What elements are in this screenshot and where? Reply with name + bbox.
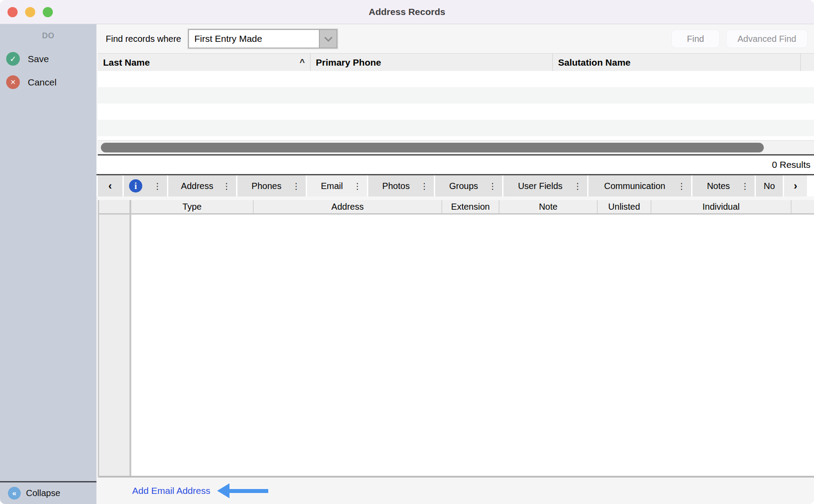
results-table-body	[98, 71, 814, 140]
tab-menu-icon[interactable]: ⋮	[574, 181, 582, 191]
tab-groups[interactable]: Groups ⋮	[435, 175, 502, 196]
tab-phones[interactable]: Phones ⋮	[237, 175, 306, 196]
tab-menu-icon[interactable]: ⋮	[292, 181, 300, 191]
tab-user-fields[interactable]: User Fields ⋮	[503, 175, 587, 196]
find-records-label: Find records where	[106, 34, 181, 44]
column-header-salutation-name[interactable]: Salutation Name	[553, 54, 801, 71]
horizontal-scrollbar[interactable]	[98, 140, 814, 154]
results-table-header: Last Name ^ Primary Phone Salutation Nam…	[98, 53, 814, 71]
tab-email[interactable]: Email ⋮	[307, 175, 367, 196]
row-gutter-header	[99, 200, 131, 213]
info-icon: i	[129, 179, 142, 193]
app-window: Address Records DO ✓ Save × Cancel « Col…	[0, 0, 814, 504]
tabs-scroll-left-button[interactable]: ‹	[98, 175, 122, 196]
check-icon: ✓	[6, 52, 20, 66]
tab-menu-icon[interactable]: ⋮	[741, 181, 749, 191]
find-button[interactable]: Find	[671, 30, 720, 48]
cancel-label: Cancel	[28, 77, 56, 88]
column-header-address[interactable]: Address	[254, 200, 442, 213]
tab-menu-icon[interactable]: ⋮	[488, 181, 497, 191]
tab-photos[interactable]: Photos ⋮	[368, 175, 434, 196]
title-bar: Address Records	[0, 0, 814, 24]
column-header-type[interactable]: Type	[131, 200, 254, 213]
sidebar-header: DO	[0, 24, 96, 41]
table-row	[98, 71, 814, 87]
minimize-window-button[interactable]	[25, 7, 35, 17]
column-header-unlisted[interactable]: Unlisted	[598, 200, 651, 213]
find-field-dropdown[interactable]: First Entry Made	[188, 29, 337, 48]
column-header-individual[interactable]: Individual	[651, 200, 792, 213]
tab-info[interactable]: i ⋮	[124, 175, 167, 196]
row-gutter	[99, 215, 131, 476]
detail-table-body	[99, 215, 814, 476]
detail-table-header: Type Address Extension Note Unlisted Ind…	[99, 200, 814, 213]
x-icon: ×	[6, 75, 20, 89]
last-name-label: Last Name	[103, 57, 150, 68]
sidebar: DO ✓ Save × Cancel « Collapse	[0, 24, 96, 504]
column-header-spacer	[792, 200, 814, 213]
table-row	[98, 120, 814, 136]
column-header-primary-phone[interactable]: Primary Phone	[311, 54, 553, 71]
tabs-scroll-right-button[interactable]: ›	[784, 175, 807, 196]
dropdown-button[interactable]	[319, 30, 337, 48]
tab-menu-icon[interactable]: ⋮	[420, 181, 429, 191]
sort-ascending-icon: ^	[300, 57, 305, 67]
collapse-label: Collapse	[26, 488, 60, 498]
column-header-spacer	[801, 54, 814, 71]
close-window-button[interactable]	[7, 7, 18, 17]
tab-partial[interactable]: No	[756, 175, 783, 196]
email-detail-table: Type Address Extension Note Unlisted Ind…	[98, 200, 814, 478]
find-bar: Find records where First Entry Made Find…	[96, 24, 814, 53]
results-table: Last Name ^ Primary Phone Salutation Nam…	[98, 53, 814, 156]
tab-address[interactable]: Address ⋮	[168, 175, 236, 196]
scrollbar-thumb[interactable]	[101, 143, 764, 152]
column-header-last-name[interactable]: Last Name ^	[98, 54, 311, 71]
window-title: Address Records	[369, 7, 445, 17]
find-field-dropdown-value: First Entry Made	[189, 30, 319, 48]
traffic-lights	[7, 7, 53, 17]
collapse-sidebar-button[interactable]: « Collapse	[0, 481, 96, 504]
results-count: 0 Results	[96, 156, 814, 174]
save-button[interactable]: ✓ Save	[0, 52, 96, 66]
tab-menu-icon[interactable]: ⋮	[153, 181, 162, 191]
detail-tab-bar: ‹ i ⋮ Address ⋮ Phones ⋮ Email ⋮	[96, 174, 814, 196]
detail-footer: Add Email Address	[96, 478, 814, 504]
tab-menu-icon[interactable]: ⋮	[353, 181, 362, 191]
zoom-window-button[interactable]	[43, 7, 53, 17]
column-header-extension[interactable]: Extension	[442, 200, 500, 213]
main-panel: Find records where First Entry Made Find…	[96, 24, 814, 504]
tab-menu-icon[interactable]: ⋮	[677, 181, 686, 191]
cancel-button[interactable]: × Cancel	[0, 75, 96, 89]
table-row	[98, 87, 814, 104]
chevron-down-icon	[324, 33, 332, 41]
table-row	[98, 104, 814, 120]
tab-communication[interactable]: Communication ⋮	[588, 175, 691, 196]
tab-menu-icon[interactable]: ⋮	[222, 181, 231, 191]
double-chevron-left-icon: «	[8, 487, 21, 500]
column-header-note[interactable]: Note	[500, 200, 598, 213]
save-label: Save	[28, 54, 49, 64]
detail-table-empty-area	[131, 215, 814, 476]
advanced-find-button[interactable]: Advanced Find	[726, 30, 808, 48]
annotation-arrow-left-icon	[217, 483, 268, 498]
add-email-address-link[interactable]: Add Email Address	[132, 485, 210, 496]
tab-notes[interactable]: Notes ⋮	[692, 175, 755, 196]
